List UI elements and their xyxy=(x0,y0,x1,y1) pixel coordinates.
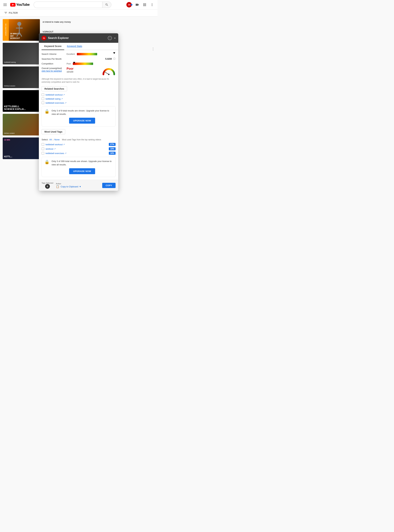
help-button[interactable]: ? xyxy=(108,36,112,40)
search-volume-label: Search Volume xyxy=(41,53,65,55)
overall-label-text: Overall xyxy=(41,67,49,69)
search-volume-right: Excellent xyxy=(67,53,116,55)
apps-icon xyxy=(143,3,147,7)
tag-checkbox[interactable] xyxy=(41,147,44,150)
modal-body: Search Volume Excellent Searches Per Mon… xyxy=(39,50,118,180)
video-thumbnail[interactable]: Workout session xyxy=(3,66,40,88)
external-link-icon: ↗ xyxy=(65,152,66,154)
tag-percentage-bar: 18% xyxy=(109,147,116,150)
copy-button[interactable]: COPY xyxy=(102,183,116,188)
thumb-text-pink: 10 MIN xyxy=(4,139,10,141)
upgrade-text-2: Only 3 of 309 total results are shown. U… xyxy=(52,160,113,166)
competition-rating: Poor xyxy=(67,63,71,65)
select-none-link[interactable]: None xyxy=(54,138,60,141)
upgrade-btn-wrap: UPGRADE NOW xyxy=(52,118,113,124)
external-link-icon: ↗ xyxy=(54,148,56,150)
three-dot-menu[interactable]: ⋮ xyxy=(151,47,155,51)
hamburger-menu-button[interactable] xyxy=(3,3,7,7)
external-link-icon: ↗ xyxy=(61,98,63,100)
tag-percentage-bar: 27% xyxy=(109,143,116,146)
tag-item: kettlebell swing ↗ xyxy=(41,97,116,100)
competition-marker xyxy=(73,62,75,63)
tab-keyword-score[interactable]: Keyword Score xyxy=(41,43,64,50)
copy-dropdown-icon[interactable]: ▾ xyxy=(80,185,81,188)
video-title-item: VORKOUT xyxy=(43,30,155,33)
tag-link[interactable]: kettlebell workout ↗ xyxy=(46,143,108,146)
youtube-logo[interactable]: YouTube xyxy=(10,3,30,7)
tag-checkbox[interactable] xyxy=(41,97,44,100)
tag-label: kettlebell exercises xyxy=(46,102,64,104)
most-used-tags-upgrade-button[interactable]: UPGRADE NOW xyxy=(69,168,95,174)
more-vert-icon xyxy=(150,3,154,7)
search-icon xyxy=(105,3,109,6)
video-thumbnail[interactable]: KETTLEBELLSCIENCE EXPLAI... xyxy=(3,90,40,112)
youtube-wordmark: YouTube xyxy=(16,3,30,7)
searches-per-month-value: 5.82M xyxy=(105,58,112,60)
apps-button[interactable] xyxy=(142,2,147,7)
tag-checkbox[interactable] xyxy=(41,152,44,155)
competition-color-bar xyxy=(73,63,93,65)
info-icon[interactable]: ⓘ xyxy=(113,57,116,60)
search-volume-bar-wrap xyxy=(77,53,116,55)
tag-link[interactable]: kettlebell swing ↗ xyxy=(46,98,116,100)
unweighted-label: (unweighted) xyxy=(49,67,62,69)
lock-icon: 🔒 xyxy=(44,160,50,164)
action-label: Action xyxy=(56,183,81,185)
video-thumbnail[interactable]: NO EQUIPMENT 30 MINUTEHIITWORKOUT xyxy=(3,19,40,41)
tag-percentage: 18% xyxy=(109,147,116,150)
youtube-logo-icon xyxy=(10,3,16,7)
gauge-chart xyxy=(102,67,116,75)
create-video-button[interactable] xyxy=(135,2,140,7)
most-used-tags-title: Most Used Tags xyxy=(41,129,65,134)
video-title-item: ot intend to make any money xyxy=(43,21,155,23)
tag-link[interactable]: workout ↗ xyxy=(46,148,108,150)
filter-bar: FILTER xyxy=(0,10,157,16)
clipboard-icon: 📋 xyxy=(56,185,59,188)
tags-selected-section: Tags Selected 0 xyxy=(41,182,53,189)
tag-percentage-bar: 18% xyxy=(109,152,116,155)
tag-item: kettlebell workout ↗ 27% xyxy=(41,143,116,146)
tag-label: workout xyxy=(46,148,53,150)
tag-link[interactable]: kettlebell workout ↗ xyxy=(46,94,116,96)
search-button[interactable] xyxy=(102,1,111,8)
video-thumbnail[interactable]: Kettlebell training xyxy=(3,43,40,64)
svg-line-6 xyxy=(19,32,22,37)
chevron-down-icon[interactable]: ▾ xyxy=(114,37,116,40)
related-searches-upgrade-button[interactable]: UPGRADE NOW xyxy=(69,118,95,124)
video-thumbnail[interactable]: Kitchen content xyxy=(3,114,40,136)
tag-link[interactable]: kettlebell exercises ↗ xyxy=(46,102,116,104)
video-thumbnail[interactable]: 10 MIN KETTL... xyxy=(3,137,40,159)
main-content: NO EQUIPMENT 30 MINUTEHIITWORKOUT Kettle… xyxy=(0,16,157,202)
external-link-icon: ↗ xyxy=(65,102,66,104)
tag-link[interactable]: kettlebell exercises ↗ xyxy=(46,152,108,155)
more-options-button[interactable] xyxy=(149,2,155,7)
overall-score: 10/100 xyxy=(67,70,101,73)
lock-icon: 🔒 xyxy=(44,109,50,114)
create-icon xyxy=(135,3,139,7)
tags-separator: | xyxy=(53,138,53,141)
modal-footer: Tags Selected 0 Action 📋 Copy to Clipboa… xyxy=(39,180,118,191)
thumb-text: KETTLEBELLSCIENCE EXPLAI... xyxy=(4,105,39,111)
tag-checkbox[interactable] xyxy=(41,101,44,104)
thumb-text: Kitchen content xyxy=(4,132,15,134)
tab-keyword-stats[interactable]: Keyword Stats xyxy=(64,43,85,50)
youtube-header: YouTube kettlebell 1b xyxy=(0,0,157,10)
tag-label: kettlebell workout xyxy=(46,143,62,146)
tag-checkbox[interactable] xyxy=(41,143,44,146)
copy-to-clipboard-link[interactable]: Copy to Clipboard xyxy=(61,185,78,188)
search-input[interactable]: kettlebell xyxy=(34,1,102,8)
modal-header: 1b Search Explorer ? ▾ xyxy=(39,33,118,43)
select-all-link[interactable]: All xyxy=(49,138,52,141)
tags-selected-label: Tags Selected xyxy=(41,182,53,184)
svg-line-5 xyxy=(17,32,19,37)
modal-tabs: Keyword Score Keyword Stats xyxy=(39,43,118,50)
upgrade-text-block-2: Only 3 of 309 total results are shown. U… xyxy=(52,160,113,174)
tag-checkbox[interactable] xyxy=(41,93,44,96)
svg-line-7 xyxy=(104,72,109,74)
weighted-link[interactable]: click here for weighted xyxy=(41,70,65,72)
external-link-icon: ↗ xyxy=(63,94,65,96)
searches-per-month-label: Searches Per Month xyxy=(41,58,65,60)
search-volume-color-bar xyxy=(77,53,97,55)
related-searches-title: Related Searches xyxy=(41,86,67,91)
related-searches-section: Related Searches kettlebell workout ↗ ke… xyxy=(41,86,116,126)
